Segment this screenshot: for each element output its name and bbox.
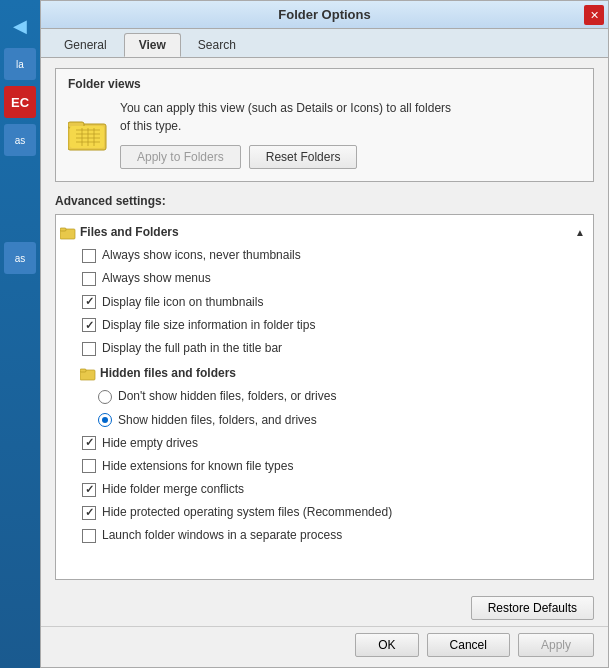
list-item-hide-empty-drives: Hide empty drives bbox=[56, 432, 593, 455]
restore-defaults-button[interactable]: Restore Defaults bbox=[471, 596, 594, 620]
checkbox-display-file-icon[interactable] bbox=[82, 295, 96, 309]
checkbox-launch-folder[interactable] bbox=[82, 529, 96, 543]
dialog-buttons: OK Cancel Apply bbox=[41, 626, 608, 667]
folder-views-buttons: Apply to Folders Reset Folders bbox=[120, 145, 460, 169]
section-files-folders-label: Files and Folders bbox=[80, 223, 179, 242]
cancel-button[interactable]: Cancel bbox=[427, 633, 510, 657]
tab-content: Folder views You can apply bbox=[41, 58, 608, 590]
dialog-title: Folder Options bbox=[278, 7, 370, 22]
radio-dont-show-hidden[interactable] bbox=[98, 390, 112, 404]
folder-views-description: You can apply this view (such as Details… bbox=[120, 99, 460, 169]
tab-strip: General View Search bbox=[41, 29, 608, 58]
section-hidden-folder-icon bbox=[80, 367, 96, 381]
close-button[interactable]: ✕ bbox=[584, 5, 604, 25]
section-files-and-folders: Files and Folders ▲ bbox=[56, 219, 593, 244]
label-always-show-icons: Always show icons, never thumbnails bbox=[102, 246, 301, 265]
label-always-show-menus: Always show menus bbox=[102, 269, 211, 288]
label-hide-extensions: Hide extensions for known file types bbox=[102, 457, 293, 476]
checkbox-hide-empty-drives[interactable] bbox=[82, 436, 96, 450]
list-item-display-file-size: Display file size information in folder … bbox=[56, 314, 593, 337]
list-item-hide-protected: Hide protected operating system files (R… bbox=[56, 501, 593, 524]
folder-views-section: Folder views You can apply bbox=[55, 68, 594, 182]
checkbox-display-full-path[interactable] bbox=[82, 342, 96, 356]
sidebar-nav-icon-1[interactable]: ◀ bbox=[4, 10, 36, 42]
collapse-icon[interactable]: ▲ bbox=[575, 225, 585, 241]
list-item-show-hidden: Show hidden files, folders, and drives bbox=[56, 409, 593, 432]
list-item-hide-folder-merge: Hide folder merge conflicts bbox=[56, 478, 593, 501]
folder-views-title: Folder views bbox=[68, 77, 581, 91]
checkbox-display-file-size[interactable] bbox=[82, 318, 96, 332]
svg-rect-13 bbox=[80, 369, 86, 372]
folder-options-dialog: Folder Options ✕ General View Search Fol… bbox=[40, 0, 609, 668]
tab-view[interactable]: View bbox=[124, 33, 181, 57]
label-dont-show-hidden: Don't show hidden files, folders, or dri… bbox=[118, 387, 336, 406]
svg-rect-11 bbox=[60, 228, 66, 231]
sidebar-nav-icon-3[interactable]: EC bbox=[4, 86, 36, 118]
label-hide-protected: Hide protected operating system files (R… bbox=[102, 503, 392, 522]
reset-folders-button[interactable]: Reset Folders bbox=[249, 145, 358, 169]
label-display-file-icon: Display file icon on thumbnails bbox=[102, 293, 263, 312]
checkbox-hide-extensions[interactable] bbox=[82, 459, 96, 473]
left-sidebar: ◀ la EC as as bbox=[0, 0, 40, 668]
label-display-full-path: Display the full path in the title bar bbox=[102, 339, 282, 358]
label-display-file-size: Display file size information in folder … bbox=[102, 316, 315, 335]
apply-to-folders-button[interactable]: Apply to Folders bbox=[120, 145, 241, 169]
label-hide-empty-drives: Hide empty drives bbox=[102, 434, 198, 453]
section-hidden-files-label: Hidden files and folders bbox=[100, 364, 236, 383]
settings-list-container: Files and Folders ▲ Always show icons, n… bbox=[55, 214, 594, 580]
section-hidden-files: Hidden files and folders bbox=[56, 360, 593, 385]
svg-rect-2 bbox=[70, 126, 104, 148]
list-item-display-full-path: Display the full path in the title bar bbox=[56, 337, 593, 360]
restore-defaults-bar: Restore Defaults bbox=[41, 590, 608, 626]
checkbox-hide-protected[interactable] bbox=[82, 506, 96, 520]
sidebar-nav-icon-5[interactable]: as bbox=[4, 242, 36, 274]
apply-button[interactable]: Apply bbox=[518, 633, 594, 657]
radio-show-hidden[interactable] bbox=[98, 413, 112, 427]
list-item-display-file-icon: Display file icon on thumbnails bbox=[56, 291, 593, 314]
settings-list: Files and Folders ▲ Always show icons, n… bbox=[56, 215, 593, 579]
checkbox-always-show-icons[interactable] bbox=[82, 249, 96, 263]
list-item-launch-folder: Launch folder windows in a separate proc… bbox=[56, 524, 593, 547]
sidebar-nav-icon-4[interactable]: as bbox=[4, 124, 36, 156]
label-launch-folder: Launch folder windows in a separate proc… bbox=[102, 526, 342, 545]
list-item-dont-show-hidden: Don't show hidden files, folders, or dri… bbox=[56, 385, 593, 408]
sidebar-nav-icon-2[interactable]: la bbox=[4, 48, 36, 80]
checkbox-always-show-menus[interactable] bbox=[82, 272, 96, 286]
label-hide-folder-merge: Hide folder merge conflicts bbox=[102, 480, 244, 499]
section-folder-icon bbox=[60, 226, 76, 240]
list-item-always-show-icons: Always show icons, never thumbnails bbox=[56, 244, 593, 267]
advanced-settings-label: Advanced settings: bbox=[55, 194, 594, 208]
folder-icon bbox=[68, 116, 108, 152]
tab-search[interactable]: Search bbox=[183, 33, 251, 57]
list-item-hide-extensions: Hide extensions for known file types bbox=[56, 455, 593, 478]
list-item-always-show-menus: Always show menus bbox=[56, 267, 593, 290]
folder-views-inner: You can apply this view (such as Details… bbox=[68, 99, 581, 169]
tab-general[interactable]: General bbox=[49, 33, 122, 57]
title-bar: Folder Options ✕ bbox=[41, 1, 608, 29]
label-show-hidden: Show hidden files, folders, and drives bbox=[118, 411, 317, 430]
checkbox-hide-folder-merge[interactable] bbox=[82, 483, 96, 497]
ok-button[interactable]: OK bbox=[355, 633, 418, 657]
